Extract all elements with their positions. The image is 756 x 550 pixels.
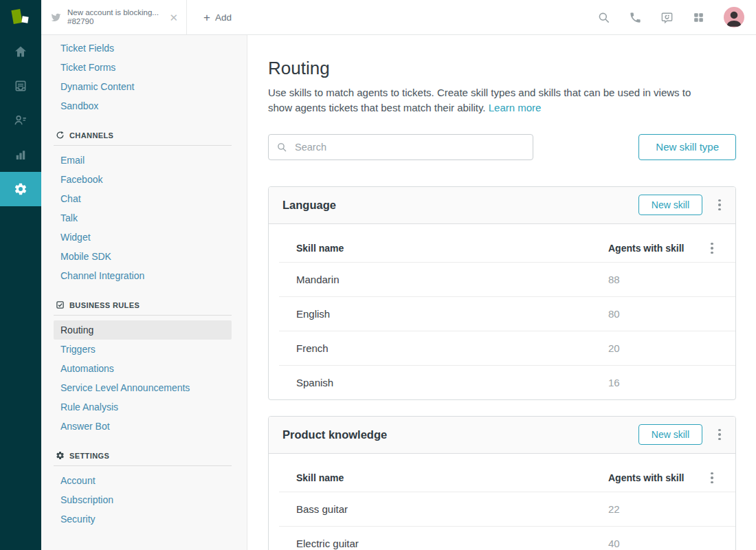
sidebar-item-channel-integration[interactable]: Channel Integration <box>41 266 247 285</box>
column-header-agents: Agents with skill <box>608 472 698 483</box>
add-label: Add <box>215 12 232 23</box>
column-header-agents: Agents with skill <box>608 243 698 254</box>
avatar-person-icon <box>724 7 744 28</box>
sidebar-item-rule-analysis[interactable]: Rule Analysis <box>41 397 247 417</box>
table-header-row: Skill name Agents with skill <box>269 235 735 262</box>
table-kebab-menu-icon[interactable] <box>703 238 721 258</box>
phone-icon[interactable] <box>629 11 642 24</box>
sidebar-item-ticket-forms[interactable]: Ticket Forms <box>41 58 247 77</box>
sidebar-item-routing[interactable]: Routing <box>54 320 232 340</box>
sidebar-item-triggers[interactable]: Triggers <box>41 340 247 359</box>
sidebar-item-sandbox[interactable]: Sandbox <box>41 96 247 116</box>
apps-grid-icon[interactable] <box>692 11 705 24</box>
add-tab-button[interactable]: + Add <box>197 0 238 34</box>
top-bar: New account is blocking... #82790 ✕ + Ad… <box>0 0 756 35</box>
settings-sidebar: Ticket Fields Ticket Forms Dynamic Conte… <box>41 35 247 550</box>
sidebar-item-subscription[interactable]: Subscription <box>41 490 247 509</box>
skills-search-input[interactable] <box>268 134 533 160</box>
sidebar-item-account[interactable]: Account <box>41 471 247 490</box>
section-header-channels: Channels <box>41 131 247 140</box>
agents-count: 40 <box>608 538 698 549</box>
sidebar-item-chat[interactable]: Chat <box>41 189 247 208</box>
agents-count: 16 <box>608 377 698 388</box>
skill-name: French <box>269 342 608 354</box>
sidebar-item-facebook[interactable]: Facebook <box>41 170 247 189</box>
skill-row-spanish[interactable]: Spanish 16 <box>269 366 735 399</box>
skill-row-french[interactable]: French 20 <box>269 331 735 365</box>
user-avatar[interactable] <box>724 7 744 28</box>
zendesk-logo[interactable] <box>0 0 41 35</box>
new-skill-button[interactable]: New skill <box>638 424 702 445</box>
sidebar-item-service-level-announcements[interactable]: Service Level Announcements <box>41 378 247 397</box>
agents-count: 88 <box>608 274 698 285</box>
rail-home-button[interactable] <box>0 34 41 69</box>
new-skill-type-button[interactable]: New skill type <box>638 134 736 160</box>
table-kebab-menu-icon[interactable] <box>703 468 721 488</box>
settings-section-icon <box>56 451 65 460</box>
column-header-skill-name: Skill name <box>269 472 608 483</box>
logo-shape-green <box>11 9 22 24</box>
sidebar-item-automations[interactable]: Automations <box>41 359 247 378</box>
skill-name: Spanish <box>269 377 608 388</box>
section-divider <box>54 315 232 316</box>
section-header-settings: Settings <box>41 451 247 460</box>
sidebar-item-security[interactable]: Security <box>41 509 247 529</box>
skill-name: Mandarin <box>269 274 608 285</box>
sidebar-item-widget[interactable]: Widget <box>41 228 247 247</box>
ticket-tab[interactable]: New account is blocking... #82790 ✕ <box>41 0 187 34</box>
skill-type-title: Product knowledge <box>282 428 638 441</box>
channels-icon <box>56 131 65 140</box>
card-header: Language New skill <box>269 187 735 224</box>
rail-settings-button[interactable] <box>0 172 41 206</box>
skill-row-bass-guitar[interactable]: Bass guitar 22 <box>269 492 735 526</box>
home-icon <box>14 45 27 58</box>
rail-reports-button[interactable] <box>0 138 41 172</box>
skills-toolbar: New skill type <box>268 134 736 160</box>
skill-row-english[interactable]: English 80 <box>269 297 735 331</box>
page-title: Routing <box>268 58 736 79</box>
agents-count: 80 <box>608 308 698 320</box>
business-rules-icon <box>56 300 65 309</box>
section-label: Settings <box>69 452 109 460</box>
skills-table: Skill name Agents with skill Bass guitar… <box>269 454 735 550</box>
search-input-icon <box>276 142 287 153</box>
rail-views-button[interactable] <box>0 69 41 103</box>
ticket-tab-title: New account is blocking... <box>67 8 162 17</box>
column-header-skill-name: Skill name <box>269 243 608 254</box>
search-wrap <box>268 134 533 160</box>
topbar-icons <box>597 0 756 34</box>
tab-close-icon[interactable]: ✕ <box>168 12 179 23</box>
new-skill-button[interactable]: New skill <box>638 195 702 215</box>
ticket-tab-id: #82790 <box>67 17 162 26</box>
sidebar-item-answer-bot[interactable]: Answer Bot <box>41 417 247 436</box>
skill-row-electric-guitar[interactable]: Electric guitar 40 <box>269 527 735 550</box>
app-window: New account is blocking... #82790 ✕ + Ad… <box>0 0 756 550</box>
main-content: Routing Use skills to match agents to ti… <box>248 35 756 550</box>
sidebar-item-dynamic-content[interactable]: Dynamic Content <box>41 77 247 96</box>
reports-icon <box>14 148 27 162</box>
card-kebab-menu-icon[interactable] <box>711 424 729 445</box>
page-description: Use skills to match agents to tickets. C… <box>268 85 711 116</box>
skill-type-title: Language <box>282 199 638 212</box>
section-divider <box>54 145 232 146</box>
skill-row-mandarin[interactable]: Mandarin 88 <box>269 263 735 296</box>
sidebar-item-email[interactable]: Email <box>41 151 247 170</box>
twitter-icon <box>51 12 61 23</box>
skill-name: English <box>269 308 608 320</box>
learn-more-link[interactable]: Learn more <box>489 102 542 113</box>
skills-table: Skill name Agents with skill Mandarin 88… <box>269 224 735 399</box>
card-kebab-menu-icon[interactable] <box>711 195 729 215</box>
description-text: Use skills to match agents to tickets. C… <box>268 87 691 113</box>
skill-type-cards: Language New skill Skill name Agents wit… <box>268 186 736 550</box>
rail-customers-button[interactable] <box>0 103 41 138</box>
search-icon[interactable] <box>597 11 610 24</box>
agents-count: 22 <box>608 503 698 515</box>
topbar-spacer <box>238 0 597 34</box>
sidebar-item-talk[interactable]: Talk <box>41 208 247 228</box>
ticket-tab-text: New account is blocking... #82790 <box>67 8 162 26</box>
card-header: Product knowledge New skill <box>269 417 735 454</box>
sidebar-item-mobile-sdk[interactable]: Mobile SDK <box>41 247 247 266</box>
chat-icon[interactable] <box>660 11 674 24</box>
sidebar-item-ticket-fields[interactable]: Ticket Fields <box>41 38 247 58</box>
section-divider <box>54 465 232 466</box>
